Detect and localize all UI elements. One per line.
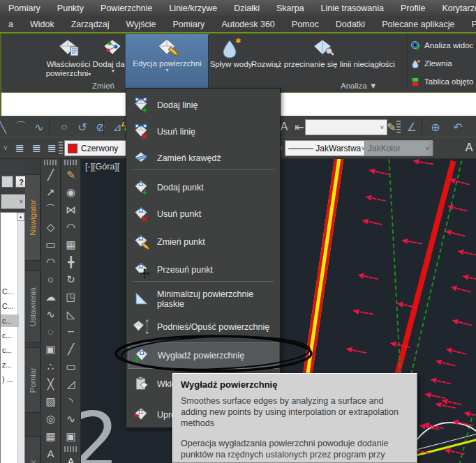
toolbar-grip[interactable]	[64, 160, 77, 165]
draw-line-icon[interactable]: ╱	[41, 166, 60, 183]
layer-dropdown[interactable]: ——— JakWarstwa˅	[285, 140, 369, 156]
visibility-analysis-button[interactable]: Analiza widoc	[410, 38, 473, 53]
menu-top-4[interactable]: Działki	[225, 3, 268, 13]
toolbar-grip[interactable]	[64, 446, 77, 452]
toolbar-grip[interactable]	[59, 142, 63, 154]
menu-sub-8[interactable]: Polecane aplikacje	[373, 20, 463, 29]
spline-tool[interactable]: ∿	[31, 119, 47, 135]
menu-top-8[interactable]: Korytarze	[433, 3, 476, 13]
menu-item-raise-lower[interactable]: Podnieś/Opuść powierzchnię	[128, 314, 278, 340]
menu-top-1[interactable]: Punkty	[49, 3, 92, 13]
water-flow-button[interactable]: ✱ Spływ wody	[209, 35, 253, 79]
modify-move-icon[interactable]: ╋	[61, 253, 80, 271]
toolspace-dropdown[interactable]: ˅	[1, 194, 26, 209]
layer-properties-icon[interactable]: ≣	[11, 139, 28, 156]
scroll-up-icon[interactable]: ▲	[17, 213, 24, 221]
layer-states-icon[interactable]: ≣	[28, 139, 45, 156]
ucs-icon[interactable]: ∠	[403, 119, 420, 135]
menu-top-6[interactable]: Linie trasowania	[313, 3, 392, 13]
layer-previous-icon[interactable]: ≣	[43, 139, 60, 156]
draw-circle-icon[interactable]: ○	[41, 271, 60, 288]
draw-block-icon[interactable]: ▣	[41, 340, 60, 358]
linetype-dropdown[interactable]: JakKolor˅	[364, 140, 433, 156]
draw-point-icon[interactable]: ∴	[41, 358, 60, 375]
draw-arc-icon[interactable]: ◠	[41, 253, 60, 271]
menu-sub-3[interactable]: Wyjście	[118, 20, 165, 29]
panel-label-analysis[interactable]: Analiza ▼	[341, 80, 377, 91]
draw-region-icon[interactable]: ◎	[41, 410, 60, 427]
menu-top-5[interactable]: Skarpa	[268, 3, 313, 13]
tab-ustawienia[interactable]: Ustawienia	[25, 271, 40, 343]
text-toolbar-icon[interactable]: A	[61, 453, 80, 463]
menu-item-add-point[interactable]: Dodaj punkt	[128, 175, 278, 200]
modify-mirror-icon[interactable]: ⋈	[61, 201, 80, 218]
modify-break-icon[interactable]: ▭	[61, 358, 80, 375]
menu-sub-1[interactable]: Widok	[22, 20, 63, 29]
menu-item-swap-edge[interactable]: Zamień krawędź	[128, 146, 278, 171]
draw-spline-icon[interactable]: ∿	[41, 305, 60, 323]
tab-nawigator[interactable]: Nawigator	[25, 174, 40, 261]
modify-scale-icon[interactable]: ◳	[61, 288, 80, 305]
circle-tool[interactable]: ○	[56, 119, 73, 135]
menu-sub-9[interactable]: Performance	[463, 20, 476, 29]
watershed-button[interactable]: ✱ Zlewnia	[410, 56, 452, 71]
panel-label-change[interactable]: Zmień	[92, 80, 114, 91]
modify-copy-icon[interactable]: ◉	[61, 183, 80, 201]
menu-item-modify-point[interactable]: Zmień punkt	[128, 229, 278, 255]
toolbar-grip[interactable]	[396, 121, 401, 133]
menu-sub-4[interactable]: Pomiary	[165, 20, 214, 29]
tab-przybornik[interactable]: Przybornik	[25, 437, 40, 463]
modify-fillet-icon[interactable]: ◝	[61, 393, 80, 410]
modify-blend-icon[interactable]: ∿	[61, 410, 80, 427]
modify-rotate-icon[interactable]: ↻	[61, 271, 80, 288]
menu-sub-2[interactable]: Zarządzaj	[63, 20, 118, 29]
modify-extend-icon[interactable]: ╱	[61, 340, 80, 358]
menu-top-3[interactable]: Linie/krzywe	[161, 3, 225, 13]
menu-top-7[interactable]: Profile	[392, 3, 433, 13]
undo-view-icon[interactable]: ↶	[449, 119, 466, 135]
style-dropdown[interactable]: ˅	[305, 119, 387, 135]
modify-array-icon[interactable]: ▦	[61, 236, 80, 253]
menu-item-delete-point[interactable]: Usuń punkt	[128, 202, 278, 227]
tree-item[interactable]: z...	[1, 358, 19, 371]
text-toolbar-icon[interactable]: A	[461, 139, 476, 156]
menu-sub-7[interactable]: Dodatki	[327, 20, 373, 29]
volume-table-button[interactable]: Tablica objęto	[410, 74, 473, 89]
modify-erase-icon[interactable]: ✎	[61, 166, 80, 183]
menu-item-add-line[interactable]: Dodaj linię	[128, 93, 278, 118]
arc-tool[interactable]: ⌒	[13, 119, 29, 135]
menu-sub-0[interactable]: a	[0, 20, 22, 29]
edit-surface-button[interactable]: Edycja powierzchni ▾	[125, 33, 209, 89]
draw-rectangle-icon[interactable]: ▭	[41, 236, 60, 253]
draw-text-icon[interactable]: A	[41, 445, 60, 462]
toolbar-grip[interactable]	[44, 160, 57, 165]
color-dropdown[interactable]: Czerwony	[64, 140, 131, 156]
draw-revcloud-icon[interactable]: ☁	[41, 288, 60, 305]
tree-item[interactable]: c...	[1, 329, 19, 342]
menu-item-smooth-surface[interactable]: Wygładź powierzchnię	[128, 342, 278, 369]
modify-explode-icon[interactable]: ▣	[61, 427, 80, 445]
tree-item[interactable]: C...	[1, 300, 19, 312]
modify-stretch-icon[interactable]: ◺	[61, 305, 80, 323]
draw-hatch-icon[interactable]: ▨	[41, 393, 60, 410]
toolbar-grip[interactable]	[429, 142, 433, 154]
modify-offset-icon[interactable]: ◠	[61, 218, 80, 236]
draw-polyline-icon[interactable]: ⌒	[41, 201, 60, 218]
menu-item-minimize-flat[interactable]: Minimalizuj powierzchnie płaskie	[128, 287, 278, 312]
arc-ccw-tool[interactable]: ↺	[74, 119, 91, 135]
tree-item[interactable]: ) ...	[1, 373, 19, 386]
tree-item[interactable]: c...	[1, 344, 19, 356]
draw-table-icon[interactable]: ▦	[41, 427, 60, 445]
viewport-controls-label[interactable]: [-][Góra][	[85, 162, 119, 172]
surface-properties-button[interactable]: Właściwości powierzchni▾	[39, 35, 98, 79]
menu-sub-5[interactable]: Autodesk 360	[213, 20, 283, 29]
menu-top-2[interactable]: Powierzchnie	[92, 3, 161, 13]
line-tool[interactable]: ╲	[0, 119, 11, 135]
modify-trim-icon[interactable]: ╌	[61, 323, 80, 340]
draw-xline-icon[interactable]: ↗	[41, 183, 60, 201]
draw-divide-icon[interactable]: ╳	[41, 375, 60, 393]
resolve-breakline-button[interactable]: Rozwiąż przecinanie się linii nieciągłoś…	[254, 35, 392, 79]
draw-ellipse-icon[interactable]: ◌	[41, 323, 60, 340]
tree-item[interactable]: C...	[1, 285, 19, 298]
tab-pomiar[interactable]: Pomiar	[25, 347, 40, 413]
